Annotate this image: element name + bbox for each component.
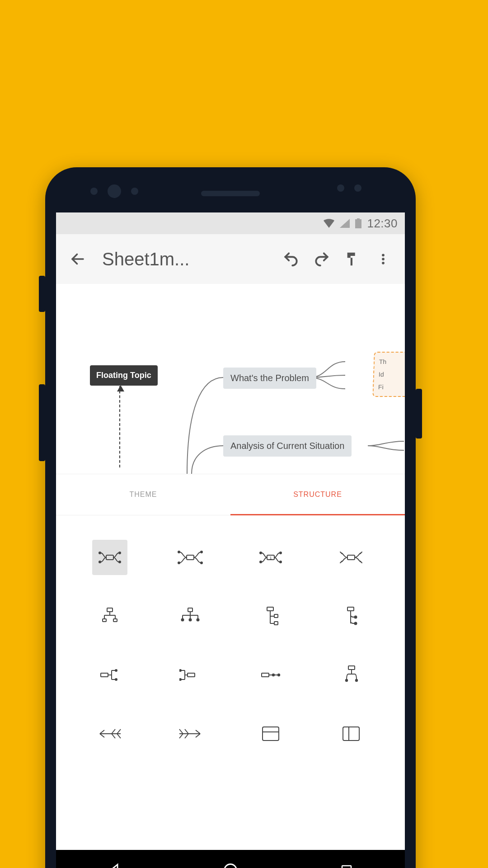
svg-rect-6	[106, 555, 113, 560]
format-button[interactable]	[339, 245, 366, 273]
structure-option-column[interactable]	[311, 704, 391, 763]
svg-point-15	[201, 562, 202, 564]
structure-option-logic-right[interactable]	[70, 646, 150, 704]
phone-side-button	[39, 384, 45, 461]
svg-point-32	[189, 619, 192, 621]
structure-option-logic-line[interactable]	[230, 646, 311, 704]
svg-rect-57	[342, 866, 351, 868]
subtopic-text: Th	[379, 358, 387, 365]
svg-point-48	[278, 674, 280, 676]
status-bar: 12:30	[56, 212, 405, 234]
structure-option-logic-right-2[interactable]	[150, 646, 230, 704]
svg-point-12	[178, 551, 180, 553]
svg-rect-52	[263, 727, 279, 741]
phone-frame: 12:30 Sheet1m...	[45, 167, 416, 868]
topic-node[interactable]: What's the Problem	[223, 368, 316, 389]
svg-rect-0	[355, 219, 361, 228]
svg-rect-1	[357, 218, 360, 220]
relationship-arrow	[119, 386, 120, 467]
svg-point-38	[355, 616, 357, 618]
svg-rect-35	[274, 614, 278, 618]
svg-point-39	[355, 623, 357, 625]
svg-point-3	[382, 254, 385, 256]
structure-option-org-right[interactable]	[230, 587, 311, 646]
phone-sensors	[337, 184, 361, 192]
topic-node[interactable]: Analysis of Current Situation	[223, 435, 352, 457]
svg-point-10	[119, 561, 121, 563]
svg-point-4	[382, 258, 385, 260]
structure-option-tree-right[interactable]	[311, 646, 391, 704]
undo-button[interactable]	[277, 245, 305, 273]
subtopic-text: Fi	[378, 383, 384, 391]
svg-rect-54	[343, 727, 359, 741]
svg-rect-46	[262, 673, 269, 677]
tab-structure[interactable]: STRUCTURE	[230, 474, 405, 515]
structure-option-matrix[interactable]	[230, 704, 311, 763]
svg-line-23	[340, 552, 342, 554]
svg-point-18	[260, 552, 262, 554]
structure-option-org-down[interactable]	[70, 587, 150, 646]
mindmap-canvas[interactable]: Floating Topic What's the Problem Analys…	[56, 284, 405, 474]
svg-rect-30	[188, 608, 192, 612]
svg-point-44	[179, 679, 181, 680]
svg-point-51	[356, 679, 357, 681]
svg-point-9	[119, 552, 121, 554]
svg-point-5	[382, 262, 385, 264]
nav-recent-button[interactable]	[335, 859, 358, 868]
svg-text:1: 1	[269, 556, 272, 560]
structure-option-org-right-2[interactable]	[311, 587, 391, 646]
subtopic-text: Id	[379, 371, 384, 378]
tab-theme[interactable]: THEME	[56, 474, 230, 515]
svg-rect-40	[101, 673, 108, 677]
svg-point-7	[99, 552, 101, 554]
document-title[interactable]: Sheet1m...	[102, 249, 189, 269]
nav-home-button[interactable]	[219, 859, 242, 868]
battery-icon	[355, 218, 361, 228]
app-toolbar: Sheet1m...	[56, 234, 405, 284]
svg-rect-28	[103, 619, 106, 622]
structure-option-map-left[interactable]: 1	[230, 528, 311, 587]
svg-rect-37	[347, 607, 354, 611]
cellular-icon	[340, 219, 350, 228]
svg-point-19	[260, 561, 262, 563]
svg-line-25	[360, 552, 362, 554]
svg-point-8	[99, 561, 101, 563]
structure-option-org-down-wide[interactable]	[150, 587, 230, 646]
svg-rect-27	[107, 608, 113, 612]
overflow-menu-button[interactable]	[370, 245, 397, 273]
phone-side-button	[416, 389, 422, 439]
svg-point-43	[179, 670, 181, 671]
svg-point-31	[182, 619, 184, 621]
structure-option-map-right[interactable]	[150, 528, 230, 587]
structure-option-fishbone-left[interactable]	[70, 704, 150, 763]
phone-side-button	[39, 276, 45, 312]
svg-point-20	[280, 552, 282, 554]
svg-point-14	[201, 551, 202, 553]
structure-option-map-clockwise[interactable]	[311, 528, 391, 587]
android-nav-bar	[56, 850, 405, 868]
screen: 12:30 Sheet1m...	[56, 212, 405, 868]
svg-rect-11	[187, 555, 194, 560]
back-button[interactable]	[64, 245, 91, 273]
nav-back-button[interactable]	[103, 859, 126, 868]
grouped-subtopics[interactable]: Th Id Fi	[372, 352, 405, 397]
structure-option-fishbone-right[interactable]	[150, 704, 230, 763]
clock-text: 12:30	[367, 217, 398, 231]
panel-tabs: THEME STRUCTURE	[56, 474, 405, 515]
svg-rect-45	[188, 673, 195, 677]
svg-point-47	[272, 674, 274, 676]
svg-point-33	[197, 619, 199, 621]
svg-rect-29	[113, 619, 117, 622]
svg-rect-22	[347, 555, 355, 560]
structure-option-map-balanced[interactable]	[70, 528, 150, 587]
svg-point-42	[115, 679, 117, 680]
floating-topic-node[interactable]: Floating Topic	[90, 365, 158, 386]
wifi-icon	[324, 219, 334, 228]
svg-rect-34	[267, 607, 273, 611]
svg-point-50	[346, 679, 347, 681]
svg-point-21	[280, 561, 282, 563]
redo-button[interactable]	[308, 245, 335, 273]
svg-line-24	[340, 561, 342, 563]
svg-line-26	[360, 561, 362, 563]
structure-grid: 1	[56, 515, 405, 868]
